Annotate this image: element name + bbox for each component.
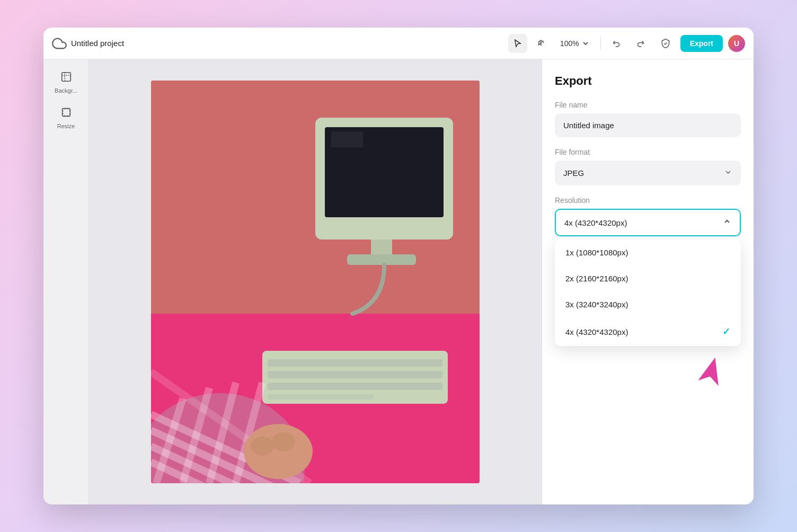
resolution-option-3x-label: 3x (3240*3240px) bbox=[565, 300, 628, 309]
svg-rect-13 bbox=[268, 394, 374, 400]
svg-rect-8 bbox=[347, 254, 416, 265]
avatar[interactable]: U bbox=[728, 35, 745, 52]
export-panel: Export File name File format JPEG Resolu… bbox=[542, 59, 754, 504]
header-left: Untitled project bbox=[52, 36, 502, 51]
svg-rect-1 bbox=[62, 109, 70, 117]
header-center: 100% bbox=[508, 34, 650, 53]
header: Untitled project 100% bbox=[43, 28, 754, 59]
resolution-select[interactable]: 4x (4320*4320px) bbox=[555, 209, 741, 236]
resolution-option-1x[interactable]: 1x (1080*1080px) bbox=[555, 240, 741, 265]
resolution-option-2x-label: 2x (2160*2160px) bbox=[565, 274, 628, 283]
svg-rect-12 bbox=[268, 383, 442, 390]
resolution-selected-value: 4x (4320*4320px) bbox=[564, 218, 627, 227]
file-format-value: JPEG bbox=[563, 169, 584, 178]
project-title: Untitled project bbox=[71, 39, 124, 48]
sidebar-item-background[interactable]: Backgr... bbox=[48, 66, 84, 99]
zoom-level: 100% bbox=[560, 39, 579, 48]
svg-rect-10 bbox=[268, 359, 442, 367]
resolution-label: Resolution bbox=[555, 196, 741, 205]
cloud-icon bbox=[52, 36, 67, 51]
background-icon bbox=[60, 71, 72, 85]
sidebar-item-resize[interactable]: Resize bbox=[48, 101, 84, 135]
canvas-area[interactable] bbox=[89, 59, 542, 504]
cursor-arrow-container bbox=[698, 354, 725, 388]
sidebar-item-background-label: Backgr... bbox=[55, 87, 77, 94]
undo-button[interactable] bbox=[607, 34, 626, 53]
export-button[interactable]: Export bbox=[680, 35, 723, 52]
resolution-option-4x-label: 4x (4320*4320px) bbox=[565, 327, 628, 336]
svg-rect-7 bbox=[371, 240, 392, 254]
sidebar: Backgr... Resize bbox=[43, 59, 89, 504]
chevron-down-icon bbox=[724, 168, 732, 178]
app-window: Untitled project 100% bbox=[43, 28, 754, 504]
zoom-control[interactable]: 100% bbox=[555, 36, 594, 51]
svg-marker-27 bbox=[698, 355, 725, 386]
sidebar-item-resize-label: Resize bbox=[57, 123, 75, 129]
file-format-label: File format bbox=[555, 148, 741, 156]
redo-button[interactable] bbox=[631, 34, 650, 53]
main-content: Backgr... Resize bbox=[43, 59, 754, 504]
svg-point-26 bbox=[272, 432, 295, 451]
resolution-option-3x[interactable]: 3x (3240*3240px) bbox=[555, 291, 741, 317]
shield-button[interactable] bbox=[656, 34, 675, 53]
resolution-option-4x[interactable]: 4x (4320*4320px) ✓ bbox=[555, 317, 741, 346]
canvas-image bbox=[151, 81, 480, 483]
header-right: Export U bbox=[656, 34, 745, 53]
resolution-dropdown: 1x (1080*1080px) 2x (2160*2160px) 3x (32… bbox=[555, 240, 741, 346]
cursor-area bbox=[555, 346, 741, 388]
file-format-select[interactable]: JPEG bbox=[555, 161, 741, 185]
resolution-option-2x[interactable]: 2x (2160*2160px) bbox=[555, 265, 741, 291]
panel-title: Export bbox=[555, 74, 741, 88]
svg-rect-6 bbox=[331, 131, 363, 147]
cursor-tool-button[interactable] bbox=[508, 34, 527, 53]
svg-point-25 bbox=[251, 437, 274, 456]
svg-rect-11 bbox=[268, 371, 442, 378]
resolution-option-1x-label: 1x (1080*1080px) bbox=[565, 248, 628, 257]
resize-icon bbox=[60, 107, 72, 121]
toolbar-divider bbox=[600, 37, 601, 50]
hand-tool-button[interactable] bbox=[532, 34, 551, 53]
svg-rect-0 bbox=[61, 73, 70, 82]
file-name-label: File name bbox=[555, 101, 741, 109]
check-icon: ✓ bbox=[722, 326, 730, 338]
chevron-up-icon bbox=[723, 217, 731, 228]
file-name-input[interactable] bbox=[555, 113, 741, 137]
